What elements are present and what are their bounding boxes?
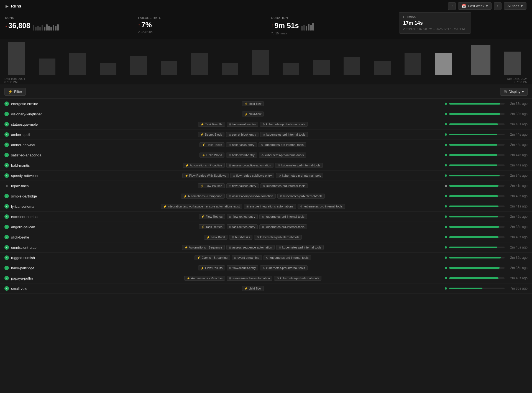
workspace-icon: ⚙ bbox=[280, 195, 282, 198]
entry-tag[interactable]: ⊞hello-tasks-entry bbox=[226, 142, 257, 147]
entry-tag[interactable]: ⊞assess-compound-automation bbox=[226, 194, 275, 199]
flow-tag[interactable]: ⚡child-flow bbox=[242, 111, 264, 116]
entry-tag[interactable]: ⊞assess-sequence-automation bbox=[226, 245, 275, 250]
table-row[interactable]: ✓slick-beetle⚡Task Burst⊞burst-tasks⚙kub… bbox=[0, 232, 532, 242]
flow-tag[interactable]: ⚡Integration test workspace - ensure aut… bbox=[161, 204, 242, 209]
spark-bar bbox=[312, 23, 314, 31]
run-name: satisfied-anaconda bbox=[11, 153, 61, 157]
entry-tag[interactable]: ⊞flow-pauses-entry bbox=[226, 183, 259, 188]
workspace-tag[interactable]: ⚙kubernetes-prd-internal-tools bbox=[260, 122, 308, 127]
run-name: slick-beetle bbox=[11, 235, 61, 239]
entry-tag[interactable]: ⊞burst-tasks bbox=[229, 235, 252, 240]
table-row[interactable]: ✓speedy-rottweiler⚡Flow Retries With Sub… bbox=[0, 171, 532, 181]
filter-button[interactable]: ⚡ Filter bbox=[4, 88, 26, 96]
table-row[interactable]: ✓statuesque-mole⚡Task Results⊞task-resul… bbox=[0, 119, 532, 130]
flow-tag[interactable]: ⚡Flow Retries With Subflows bbox=[182, 173, 229, 178]
flow-tag[interactable]: ⚡Automations - Proactive bbox=[183, 163, 225, 168]
entry-tag[interactable]: ⊞flow-results-entry bbox=[227, 265, 258, 270]
entry-tag[interactable]: ⊞task-results-entry bbox=[227, 122, 258, 127]
flow-tag[interactable]: ⚡child-flow bbox=[242, 101, 264, 106]
table-row[interactable]: ✓hairy-partridge⚡Flow Results⊞flow-resul… bbox=[0, 263, 532, 273]
workspace-tag[interactable]: ⚙kubernetes-prd-internal-tools bbox=[260, 183, 308, 188]
workspace-tag[interactable]: ⚙kubernetes-prd-internal-tools bbox=[259, 214, 307, 219]
table-row[interactable]: ✓amber-quoll⚡Secret Block⊞secret-block-e… bbox=[0, 130, 532, 140]
workspace-tag[interactable]: ⚙kubernetes-prd-internal-tools bbox=[260, 265, 308, 270]
entry-tag[interactable]: ⊞assess-proactive-automation bbox=[226, 163, 274, 168]
workspace-tag[interactable]: ⚙kubernetes-prd-internal-tools bbox=[277, 194, 325, 199]
flow-tag[interactable]: ⚡Task Results bbox=[198, 122, 225, 127]
table-row[interactable]: ✓rugged-sunfish⚡Events - Streaming⊞event… bbox=[0, 253, 532, 263]
flow-tag[interactable]: ⚡Events - Streaming bbox=[195, 255, 230, 260]
entry-tag[interactable]: ⊞secret-block-entry bbox=[226, 132, 259, 137]
workspace-tag[interactable]: ⚙kubernetes-prd-internal-tools bbox=[298, 204, 345, 209]
table-row[interactable]: ✓visionary-kingfisher⚡child-flow2m 33s a… bbox=[0, 109, 532, 119]
workspace-tag[interactable]: ⚙kubernetes-prd-internal-tools bbox=[254, 235, 302, 240]
entry-tag[interactable]: ⊞event-streaming bbox=[232, 255, 262, 260]
workspace-tag[interactable]: ⚙kubernetes-prd-internal-tools bbox=[259, 153, 306, 158]
run-time: 2m 33s ago bbox=[507, 112, 528, 116]
table-row[interactable]: ✓amber-narwhal⚡Hello Tasks⊞hello-tasks-e… bbox=[0, 140, 532, 150]
workspace-tag[interactable]: ⚙kubernetes-prd-internal-tools bbox=[276, 173, 324, 178]
workspace-tag[interactable]: ⚙kubernetes-prd-internal-tools bbox=[259, 142, 306, 147]
workspace-tag[interactable]: ⚙kubernetes-prd-internal-tools bbox=[259, 224, 307, 229]
chart-bar bbox=[8, 42, 25, 75]
flow-tag[interactable]: ⚡Flow Pauses bbox=[198, 183, 225, 188]
flow-tag[interactable]: ⚡Flow Retries bbox=[199, 214, 225, 219]
flow-tag[interactable]: ⚡Automations - Reactive bbox=[184, 276, 225, 281]
display-button[interactable]: ⊞ Display ▾ bbox=[500, 88, 528, 96]
workspace-tag[interactable]: ⚙kubernetes-prd-internal-tools bbox=[264, 255, 311, 260]
flow-tag[interactable]: ⚡Task Burst bbox=[204, 235, 227, 240]
entry-tag[interactable]: ⊞flow-retries-subflows-entry bbox=[230, 173, 274, 178]
status-success-icon: ✓ bbox=[4, 132, 9, 137]
workspace-tag[interactable]: ⚙kubernetes-prd-internal-tools bbox=[276, 245, 324, 250]
all-tags-label: All tags bbox=[507, 4, 519, 8]
flow-tag[interactable]: ⚡Secret Block bbox=[198, 132, 224, 137]
flow-tag[interactable]: ⚡Automations - Sequence bbox=[182, 245, 225, 250]
flow-tag[interactable]: ⚡Task Retries bbox=[199, 224, 225, 229]
date-range-button[interactable]: 📅 Past week ▾ bbox=[458, 2, 492, 10]
chart-bar bbox=[374, 61, 391, 75]
table-row[interactable]: ✓energetic-ermine⚡child-flow2m 33s ago bbox=[0, 99, 532, 109]
run-tags: ⚡child-flow bbox=[63, 111, 443, 116]
entry-tag[interactable]: ⊞ensure-integrations-automations bbox=[244, 204, 296, 209]
flow-tag[interactable]: ⚡Hello Tasks bbox=[200, 142, 224, 147]
run-dot bbox=[445, 195, 447, 197]
all-tags-button[interactable]: All tags ▾ bbox=[504, 2, 526, 10]
workspace-tag[interactable]: ⚙kubernetes-prd-internal-tools bbox=[275, 163, 323, 168]
run-time: 7m 36s ago bbox=[507, 286, 528, 290]
nav-prev-button[interactable]: ‹ bbox=[448, 2, 456, 10]
entry-tag[interactable]: ⊞assess-reactive-automation bbox=[227, 276, 272, 281]
runs-list: ✓energetic-ermine⚡child-flow2m 33s ago✓v… bbox=[0, 99, 532, 294]
run-name: simple-partridge bbox=[11, 194, 61, 198]
chart-bar bbox=[130, 56, 147, 75]
table-row[interactable]: ✓omniscient-crab⚡Automations - Sequence⊞… bbox=[0, 242, 532, 253]
run-tags: ⚡Automations - Proactive⊞assess-proactiv… bbox=[63, 163, 443, 168]
entry-tag[interactable]: ⊞flow-retries-entry bbox=[227, 214, 258, 219]
entry-tag[interactable]: ⊞hello-world-entry bbox=[226, 153, 257, 158]
flow-icon: ⚡ bbox=[201, 123, 204, 126]
flow-tag[interactable]: ⚡Flow Results bbox=[198, 265, 225, 270]
run-name: small-vole bbox=[11, 286, 61, 291]
flow-tag[interactable]: ⚡child-flow bbox=[242, 286, 264, 291]
table-row[interactable]: ✓excellent-numbat⚡Flow Retries⊞flow-retr… bbox=[0, 212, 532, 222]
flow-tag[interactable]: ⚡Automations - Compound bbox=[181, 194, 225, 199]
duration-tooltip: Duration 17m 14s 2024/12/16 07:00 PM – 2… bbox=[399, 12, 471, 34]
run-right: 2m 41s ago bbox=[445, 184, 528, 188]
workspace-tag[interactable]: ⚙kubernetes-prd-internal-tools bbox=[274, 276, 322, 281]
table-row[interactable]: ✓angelic-pelican⚡Task Retries⊞task-retri… bbox=[0, 222, 532, 232]
workspace-tag[interactable]: ⚙kubernetes-prd-internal-tools bbox=[260, 132, 308, 137]
table-row[interactable]: ⏸topaz-finch⚡Flow Pauses⊞flow-pauses-ent… bbox=[0, 181, 532, 191]
flow-tag[interactable]: ⚡Hello World bbox=[200, 153, 225, 158]
table-row[interactable]: ✓bald-mantis⚡Automations - Proactive⊞ass… bbox=[0, 160, 532, 171]
table-row[interactable]: ✓satisfied-anaconda⚡Hello World⊞hello-wo… bbox=[0, 150, 532, 160]
table-row[interactable]: ✓small-vole⚡child-flow7m 36s ago bbox=[0, 283, 532, 294]
spark-bar bbox=[53, 25, 54, 31]
spark-bar bbox=[44, 27, 45, 31]
table-row[interactable]: ✓simple-partridge⚡Automations - Compound… bbox=[0, 191, 532, 201]
filter-icon: ⚡ bbox=[8, 90, 12, 94]
nav-next-button[interactable]: › bbox=[494, 2, 502, 10]
table-row[interactable]: ✓lyrical-seriema⚡Integration test worksp… bbox=[0, 201, 532, 212]
workspace-icon: ⚙ bbox=[262, 225, 264, 229]
table-row[interactable]: ✓papaya-puffin⚡Automations - Reactive⊞as… bbox=[0, 273, 532, 283]
entry-tag[interactable]: ⊞task-retries-entry bbox=[227, 224, 258, 229]
